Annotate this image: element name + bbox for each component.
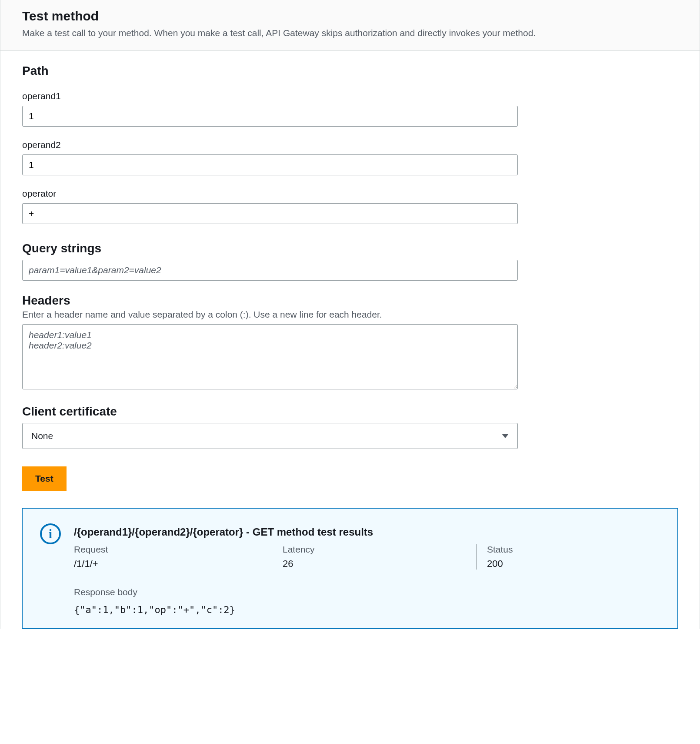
response-body-label: Response body — [74, 587, 656, 597]
info-icon: i — [40, 523, 61, 544]
results-title: /{operand1}/{operand2}/{operator} - GET … — [74, 526, 656, 538]
latency-label: Latency — [283, 544, 454, 555]
client-certificate-select[interactable]: None — [22, 423, 518, 449]
field-operand1: operand1 — [22, 91, 678, 127]
operand2-input[interactable] — [22, 154, 518, 175]
chevron-down-icon — [502, 434, 509, 438]
client-certificate-section-title: Client certificate — [22, 405, 678, 419]
field-operand2: operand2 — [22, 140, 678, 175]
results-col-latency: Latency 26 — [272, 544, 476, 570]
query-strings-section-title: Query strings — [22, 241, 678, 255]
field-operator: operator — [22, 188, 678, 224]
headers-section-title: Headers — [22, 294, 678, 308]
request-label: Request — [74, 544, 250, 555]
status-label: Status — [487, 544, 634, 555]
operand2-label: operand2 — [22, 140, 678, 150]
page-subtitle: Make a test call to your method. When yo… — [22, 28, 678, 38]
panel-header: Test method Make a test call to your met… — [0, 0, 700, 51]
client-certificate-value: None — [31, 431, 53, 441]
page-title: Test method — [22, 9, 678, 23]
query-strings-input[interactable] — [22, 260, 518, 281]
response-body-value: {"a":1,"b":1,"op":"+","c":2} — [74, 604, 656, 615]
headers-helper-text: Enter a header name and value separated … — [22, 309, 678, 320]
path-section-title: Path — [22, 64, 678, 78]
operator-label: operator — [22, 188, 678, 199]
test-results-panel: i /{operand1}/{operand2}/{operator} - GE… — [22, 508, 678, 629]
field-query-strings — [22, 260, 678, 281]
headers-textarea[interactable] — [22, 324, 518, 389]
request-value: /1/1/+ — [74, 558, 250, 570]
test-button[interactable]: Test — [22, 466, 67, 491]
latency-value: 26 — [283, 558, 454, 570]
status-value: 200 — [487, 558, 634, 570]
results-col-status: Status 200 — [476, 544, 656, 570]
operator-input[interactable] — [22, 203, 518, 224]
field-client-certificate: None — [22, 423, 678, 449]
field-headers — [22, 324, 678, 392]
results-col-request: Request /1/1/+ — [74, 544, 272, 570]
operand1-label: operand1 — [22, 91, 678, 101]
results-summary-grid: Request /1/1/+ Latency 26 Status 200 — [74, 544, 656, 570]
operand1-input[interactable] — [22, 106, 518, 127]
